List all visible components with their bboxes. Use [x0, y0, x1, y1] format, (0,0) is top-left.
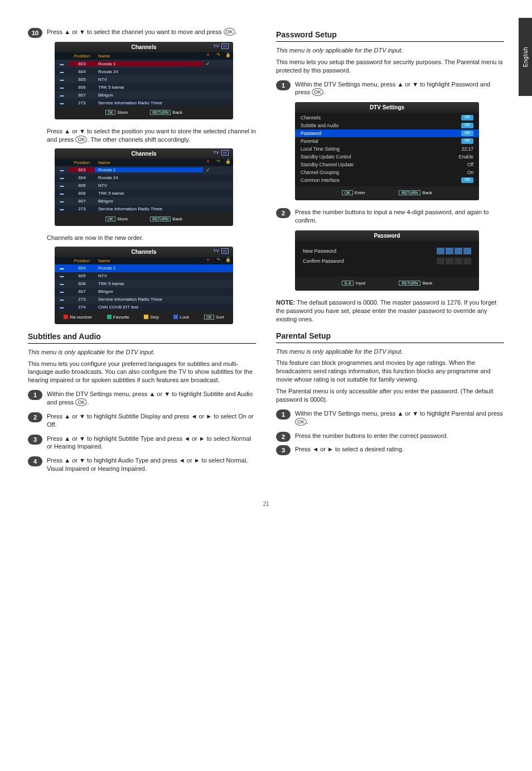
channel-row[interactable]: ▬803Rossia 1✓: [55, 60, 233, 68]
step-number: 4: [28, 456, 42, 466]
channel-row[interactable]: ▬804Rossia 1: [55, 264, 233, 272]
heart-icon: ♥: [203, 52, 213, 60]
down-icon: ▼: [79, 413, 85, 420]
channel-row[interactable]: ▬806TRK 5 kamal: [55, 280, 233, 288]
heart-icon: ♥: [203, 159, 213, 166]
up-icon: ▲: [64, 413, 70, 420]
skip-icon: ↷: [213, 257, 223, 264]
page-number: 21: [28, 501, 504, 507]
step-1: 1 Within the DTV Settings menu, press ▲ …: [276, 80, 504, 97]
down-icon: ▼: [412, 410, 418, 417]
tv-icon: ▭: [221, 44, 229, 49]
section-parental-setup: Parental Setup: [276, 331, 504, 343]
section-para: This feature can block programmes and mo…: [276, 359, 504, 384]
skip-icon: ↷: [213, 52, 223, 60]
channel-row[interactable]: ▬805NTV: [55, 272, 233, 280]
osd-title: Password: [295, 230, 479, 241]
up-icon: ▲: [397, 410, 403, 417]
channel-row[interactable]: ▬807Bibigon: [55, 91, 233, 99]
osd-dtv-settings: DTV Settings ChannelsOK Subtitle and Aud…: [295, 102, 479, 200]
password-row-new[interactable]: New Password: [303, 248, 471, 254]
channel-row[interactable]: ▬806TRK 5 kamal: [55, 83, 233, 91]
up-icon: ▲: [64, 457, 70, 464]
password-row-confirm[interactable]: Confirm Password: [303, 258, 471, 264]
section-para: The Parental menu is only accessible aft…: [276, 387, 504, 404]
menu-row-selected[interactable]: PasswordOK: [295, 129, 479, 137]
channel-row[interactable]: ▬807Bibigon: [55, 288, 233, 296]
lock-icon: 🔒: [223, 257, 233, 264]
check-icon: ✓: [203, 61, 213, 66]
channel-row[interactable]: ▬804Rossia 24: [55, 68, 233, 75]
up-icon: ▲: [64, 435, 70, 442]
step-10c-text: Channels are now in the new order.: [28, 234, 256, 242]
channel-row[interactable]: ▬804Rossia 24: [55, 174, 233, 182]
return-key: RETURN: [150, 110, 171, 115]
password-note: NOTE: The default password is 0000. The …: [276, 298, 504, 324]
channel-row[interactable]: ▬803Rossia 1✓: [55, 166, 233, 174]
down-icon: ▼: [79, 28, 85, 35]
down-icon: ▼: [79, 435, 85, 442]
step-number: 1: [276, 80, 291, 90]
channel-row[interactable]: ▬807Bibigon: [55, 197, 233, 205]
menu-row[interactable]: Channel GroupingOn: [295, 168, 479, 176]
right-icon: ►: [327, 446, 333, 452]
menu-row[interactable]: Local Time Setting22:17: [295, 145, 479, 153]
section-para: This menu lets you setup the password fo…: [276, 58, 504, 75]
osd-password: Password New Password Confirm Password 0…: [295, 230, 479, 291]
section-sub: This menu is only applicable for the DTV…: [276, 348, 504, 356]
side-tab-label: English: [523, 47, 529, 67]
step-4: 4 Press ▲ or ▼ to highlight Audio Type a…: [28, 456, 256, 473]
right-icon: ►: [199, 435, 205, 442]
up-icon: ▲: [64, 28, 70, 35]
step-2: 2 Press the number buttons to input a ne…: [276, 208, 504, 225]
right-icon: ►: [194, 457, 200, 464]
channel-row[interactable]: ▬805NTV: [55, 75, 233, 83]
channel-row[interactable]: ▬805NTV: [55, 182, 233, 190]
side-tab: English: [519, 18, 532, 96]
lock-icon: 🔒: [223, 52, 233, 60]
step-number: 3: [28, 435, 42, 445]
skip-icon: ↷: [213, 159, 223, 166]
menu-row[interactable]: ChannelsOK: [295, 114, 479, 122]
ok-icon: OK: [295, 418, 307, 426]
section-subtitles-audio: Subtitles and Audio: [28, 332, 256, 344]
col-position: Position: [69, 52, 95, 60]
step-number: 2: [276, 432, 291, 442]
green-key-icon: [107, 315, 112, 319]
left-icon: ◄: [312, 446, 318, 452]
step-number: 2: [276, 208, 291, 218]
step-10b-text: Press ▲ or ▼ to select the position you …: [28, 127, 256, 144]
section-para: This menu lets you configure your prefer…: [28, 360, 256, 385]
channel-row[interactable]: ▬273Service Information Radio Three: [55, 296, 233, 303]
channel-row[interactable]: ▬273Service Information Radio Three: [55, 99, 233, 107]
step-1: 1 Within the DTV Settings menu, press ▲ …: [28, 390, 256, 407]
menu-row[interactable]: Subtitle and AudioOK: [295, 122, 479, 129]
left-icon: ◄: [191, 413, 197, 420]
ok-icon: OK: [75, 136, 87, 143]
channel-row[interactable]: ▬274CNN COVB EIT test: [55, 303, 233, 311]
channel-row[interactable]: ▬806TRK 5 kamal: [55, 190, 233, 197]
step-3: 3 Press ◄ or ► to select a desired ratin…: [276, 445, 504, 454]
step-3: 3 Press ▲ or ▼ to highlight Subtitle Typ…: [28, 435, 256, 451]
menu-row[interactable]: Common InterfaceOK: [295, 176, 479, 184]
step-number: 2: [28, 412, 42, 422]
step-number: 3: [276, 445, 291, 455]
osd-channels-2: ChannelsTV ▭ Position Name ♥ ↷ 🔒 ▬803Ros…: [55, 148, 233, 226]
section-password-setup: Password Setup: [276, 30, 504, 42]
menu-row[interactable]: Standby Channel UpdateOff: [295, 161, 479, 168]
up-icon: ▲: [397, 81, 403, 88]
blue-key-icon: [173, 315, 178, 319]
step-10: 10 Press ▲ or ▼ to select the channel yo…: [28, 28, 256, 36]
col-name: Name: [95, 52, 203, 60]
menu-row[interactable]: ParentalOK: [295, 137, 479, 145]
yellow-key-icon: [144, 315, 148, 319]
tv-icon: ▭: [221, 150, 229, 156]
right-icon: ►: [206, 413, 212, 420]
menu-row[interactable]: Standby Update ControlEnable: [295, 153, 479, 161]
channel-row[interactable]: ▬273Service Information Radio Three: [55, 205, 233, 213]
step-2: 2 Press the number buttons to enter the …: [276, 432, 504, 440]
left-icon: ◄: [179, 457, 185, 464]
step-number: 1: [276, 409, 291, 420]
osd-channels-3: ChannelsTV ▭ Position Name ♥ ↷ 🔒 ▬804Ros…: [55, 247, 233, 324]
osd-title: Channels TV ▭: [55, 42, 233, 52]
